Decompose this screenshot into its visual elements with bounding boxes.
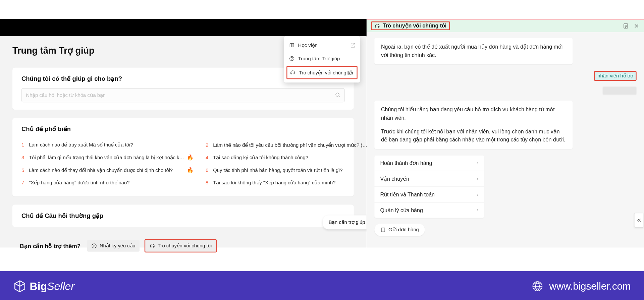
bigseller-logo: BigSeller <box>13 280 74 293</box>
book-icon <box>289 43 294 48</box>
redacted-block <box>603 87 637 95</box>
more-help-row: Bạn cần hỗ trợ thêm? Nhật ký yêu cầu Trò… <box>0 230 366 252</box>
question-icon <box>289 56 294 61</box>
flame-icon: 🔥 <box>187 167 194 173</box>
dropdown-help-center[interactable]: Trung tâm Trợ giúp <box>284 52 360 65</box>
faq-section-title: Chủ đề Câu hỏi thường gặp <box>12 204 354 227</box>
chat-title: Trò chuyện với chúng tôi <box>383 23 446 29</box>
chevron-right-icon: › <box>477 160 478 166</box>
topic-link[interactable]: 3Tôi phải làm gì nếu trạng thái kho vận … <box>21 151 193 164</box>
chat-with-us-button[interactable]: Trò chuyện với chúng tôi <box>145 239 217 252</box>
topic-link[interactable]: 7"Xếp hạng cửa hàng" được tính như thế n… <box>21 177 193 189</box>
search-icon[interactable] <box>335 92 340 98</box>
headset-icon <box>290 70 296 75</box>
globe-icon <box>531 280 543 293</box>
popular-topics-card: Chủ đề phổ biến 1Làm cách nào để truy xu… <box>12 118 354 196</box>
request-log-button[interactable]: Nhật ký yêu cầu <box>87 240 140 251</box>
chat-panel: Trò chuyện với chúng tôi Ngoài ra, bạn c… <box>367 19 644 248</box>
headset-icon <box>374 23 380 28</box>
svg-point-5 <box>292 60 292 60</box>
popular-topics-title: Chủ đề phổ biến <box>21 125 345 133</box>
chat-option[interactable]: Rút tiền và Thanh toán› <box>374 187 484 202</box>
svg-point-2 <box>336 93 339 96</box>
need-help-tooltip: Bạn cần trợ giúp <box>323 215 372 229</box>
search-input[interactable] <box>21 88 345 102</box>
chevron-right-icon: › <box>477 207 478 213</box>
form-icon[interactable] <box>623 22 629 29</box>
chevron-right-icon: › <box>477 176 478 182</box>
chat-bot-message: Ngoài ra, bạn có thể đề xuất người mua h… <box>374 38 573 64</box>
dropdown-chat-with-us[interactable]: Trò chuyện với chúng tôi <box>286 66 358 79</box>
more-help-question: Bạn cần hỗ trợ thêm? <box>20 243 80 249</box>
footer-url: www.bigseller.com <box>531 280 631 293</box>
brand-footer: BigSeller www.bigseller.com <box>0 271 644 300</box>
topic-link[interactable]: 5Làm cách nào để thay đổi nhà vận chuyển… <box>21 164 193 177</box>
logo-icon <box>13 280 26 293</box>
external-link-icon <box>347 70 353 75</box>
chat-header: Trò chuyện với chúng tôi <box>367 19 644 32</box>
topic-link[interactable]: 2Làm thế nào để tôi yêu cầu bồi thường p… <box>206 139 376 152</box>
close-icon[interactable] <box>633 22 640 29</box>
dropdown-academy[interactable]: Học viện <box>284 39 360 52</box>
chat-option[interactable]: Vận chuyển› <box>374 171 484 187</box>
help-dropdown: Học viện Trung tâm Trợ giúp Trò chuyện v… <box>284 36 360 82</box>
chevron-right-icon: › <box>477 191 478 197</box>
flame-icon: 🔥 <box>187 154 194 160</box>
expand-panel-button[interactable] <box>634 213 643 228</box>
chat-option[interactable]: Hoàn thành đơn hàng› <box>374 156 484 171</box>
topic-link[interactable]: 1Làm cách nào để truy xuất Mã số thuế củ… <box>21 139 193 151</box>
topic-link[interactable]: 8Tại sao tôi không thấy "Xếp hạng cửa hà… <box>206 177 376 189</box>
topic-link[interactable]: 4Tại sao đăng ký của tôi không thành côn… <box>206 152 376 164</box>
external-link-icon <box>350 43 356 48</box>
suggestion-chip[interactable]: Gửi đơn hàng <box>374 224 425 236</box>
chat-bot-message: Chúng tôi hiểu rằng bạn đang yêu cầu hỗ … <box>374 101 573 149</box>
chat-options-list: Hoàn thành đơn hàng› Vận chuyển› Rút tiề… <box>374 156 484 218</box>
document-icon <box>380 227 386 233</box>
chat-user-message: nhân viên hỗ trợ <box>594 71 636 81</box>
topic-link[interactable]: 6Quy tắc tính phí nhà bán hàng, quyết to… <box>206 164 376 177</box>
chat-option[interactable]: Quản lý cửa hàng› <box>374 202 484 218</box>
